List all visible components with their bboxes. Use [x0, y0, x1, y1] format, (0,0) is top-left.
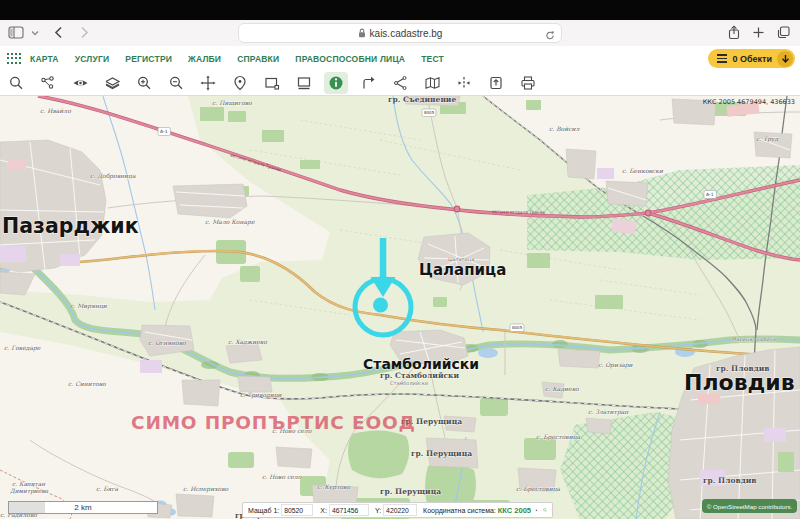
chevron-down-icon[interactable] [31, 30, 39, 36]
forward-button[interactable] [80, 26, 89, 39]
hamburger-icon [717, 54, 727, 63]
menu-uslugi[interactable]: УСЛУГИ [75, 54, 110, 64]
map-canvas[interactable]: ПазарджикПловдивЦалапицаСтамболийскигр. … [0, 96, 800, 519]
map-label: с. Пищигово [212, 99, 252, 106]
map-label: Димитриево [10, 488, 48, 495]
map-label: гр. Пловдив [703, 476, 756, 485]
reload-icon[interactable] [545, 27, 555, 45]
map-label: с. Брестовица [516, 485, 561, 493]
browser-window: kais.cadastre.bg КАРТА УСЛУГИ РЕГИСТРИ Ж [0, 0, 800, 519]
objects-count-label: 0 Обекти [732, 54, 772, 64]
cursor-coordinates-readout: ККС 2005 4679494, 436633 [703, 98, 795, 106]
menu-spravki[interactable]: СПРАВКИ [237, 54, 279, 64]
map-book-tool[interactable] [420, 72, 444, 94]
map-label: с. Триводици [240, 391, 283, 399]
map-label: с. Златитрап [588, 408, 629, 416]
map-label: с. Куртово [317, 483, 350, 491]
map-label: 8005 [512, 325, 523, 330]
map-label: с. Кадиево [545, 385, 579, 392]
map-label: гр. Съединение [388, 96, 456, 104]
sidebar-icon[interactable] [8, 26, 24, 39]
location-marker-tool[interactable] [228, 72, 252, 94]
map-label: с. Говедаре [4, 344, 41, 352]
map-label: с. Мало Конаре [205, 218, 255, 226]
layers-tool[interactable] [100, 72, 124, 94]
address-bar[interactable]: kais.cadastre.bg [238, 23, 562, 43]
tabs-overview-icon[interactable] [777, 26, 790, 39]
select-box-tool[interactable] [260, 72, 284, 94]
zoom-in-tool[interactable] [132, 72, 156, 94]
map-label: с. Огняново [148, 339, 186, 346]
scale-bar: 2 km [8, 501, 158, 514]
export-page-tool[interactable] [484, 72, 508, 94]
pan-tool[interactable] [196, 72, 220, 94]
new-tab-icon[interactable] [753, 27, 764, 38]
x-label: X: [320, 507, 327, 514]
x-coordinate-input[interactable] [329, 504, 369, 516]
info-tool[interactable] [324, 72, 348, 94]
map-label: с. Бенковски [622, 167, 664, 174]
map-label: гр. Стамболийски [380, 371, 459, 380]
osm-attribution[interactable]: © OpenStreetMap contributors. [702, 499, 797, 513]
download-objects-button[interactable] [777, 51, 793, 67]
lock-icon [358, 28, 366, 38]
scale-label: Мащаб 1: [248, 507, 279, 514]
zoom-out-tool[interactable] [164, 72, 188, 94]
map-label: с. Брестовица [536, 433, 581, 441]
map-label: Стамболийски [363, 356, 479, 372]
map-label: гр. Перущица [411, 449, 472, 458]
menu-registri[interactable]: РЕГИСТРИ [125, 54, 172, 64]
menu-test[interactable]: ТЕСТ [421, 54, 444, 64]
map-label: с. Хаджиево [228, 338, 267, 345]
map-label: Цалапица [448, 256, 474, 262]
site-menu-bar: КАРТА УСЛУГИ РЕГИСТРИ ЖАЛБИ СПРАВКИ ПРАВ… [0, 46, 800, 72]
crs-dropdown-icon[interactable] [535, 508, 538, 513]
menu-pravosposobni-litsa[interactable]: ПРАВОСПОСОБНИ ЛИЦА [295, 54, 405, 64]
map-label: Марица градина [732, 336, 776, 343]
selection-dot [373, 298, 388, 313]
map-label: гр. Пловдив [716, 364, 769, 373]
map-label: с. Ново село [262, 473, 302, 480]
apps-grid-icon[interactable] [7, 52, 21, 65]
map-label: с. Синитово [68, 380, 106, 387]
menu-zhalbi[interactable]: ЖАЛБИ [188, 54, 221, 64]
url-text: kais.cadastre.bg [370, 28, 443, 39]
map-status-bar: Мащаб 1: X: Y: Координатна система: ККС … [242, 502, 553, 518]
map-label: с. Бяга [96, 485, 119, 492]
print-tool[interactable] [516, 72, 540, 94]
objects-counter[interactable]: 0 Обекти [708, 49, 795, 68]
y-label: Y: [375, 507, 381, 514]
extent-box-tool[interactable] [292, 72, 316, 94]
browser-toolbar: kais.cadastre.bg [0, 20, 800, 47]
measure-angle-tool[interactable] [388, 72, 412, 94]
crs-value[interactable]: ККС 2005 [498, 506, 531, 515]
back-button[interactable] [54, 26, 63, 39]
map-label: автомагистрала Тракия [492, 209, 545, 215]
map-label: с. Ивайло [40, 107, 71, 114]
map-label: с. Мирянци [70, 302, 108, 310]
coordinate-search-icon[interactable] [543, 505, 547, 515]
visibility-tool[interactable] [68, 72, 92, 94]
map-label: 8005 [424, 110, 435, 115]
menu-karta[interactable]: КАРТА [30, 54, 59, 64]
window-top-bar [0, 0, 800, 20]
map-label: Пловдив [684, 370, 795, 395]
scale-input[interactable] [281, 504, 313, 516]
share-icon[interactable] [728, 25, 740, 40]
map-label: А-1 [160, 129, 168, 134]
map-label: с. Войсил [549, 125, 581, 132]
scale-bar-label: 2 km [9, 503, 157, 512]
watermark: СИМО ПРОПЪРТИС ЕООД [131, 412, 416, 433]
map-label: с. Труд [756, 135, 780, 143]
map-toolbar [0, 71, 800, 96]
map-label: Цалапица [419, 261, 506, 279]
map-label: с. Добровница [90, 172, 136, 180]
share-network-tool[interactable] [36, 72, 60, 94]
swipe-compare-tool[interactable] [452, 72, 476, 94]
map-label: с. Капитан [12, 481, 46, 487]
map-label: Стамболийски [390, 380, 428, 386]
y-coordinate-input[interactable] [383, 504, 417, 516]
search-tool[interactable] [4, 72, 28, 94]
map-label: с. Оризари [598, 361, 634, 369]
corner-arrow-tool[interactable] [356, 72, 380, 94]
